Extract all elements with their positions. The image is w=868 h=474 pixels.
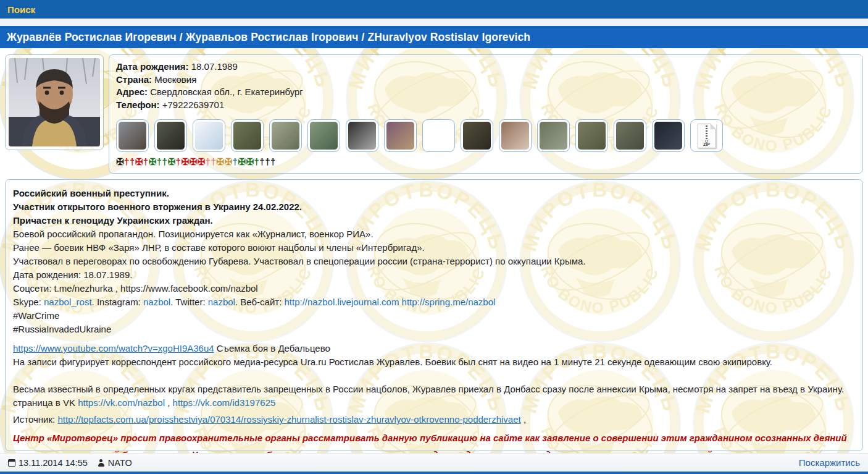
text-segment: Боевой российский пропагандон. Позициони… (13, 229, 373, 239)
crosses-row: ✠††✠†✠††✠†✠✠✠††✠✠†✠✠†††† (116, 157, 856, 167)
inline-link[interactable]: https://www.youtube.com/watch?v=xgoHI9A3… (13, 343, 214, 353)
content-area: МИРОТВОРЕЦЬ PRO BONO PUBLICO МИРОТВОРЕЦЬ… (0, 48, 868, 453)
text-segment: Центр «Миротворец» просит правоохранител… (13, 433, 847, 453)
thumbnail-image (463, 122, 491, 150)
photo-thumbnail-black-white-group-video-still[interactable] (346, 119, 378, 152)
info-field-label: Страна: (116, 74, 152, 85)
text-segment: Причастен к геноциду Украинских граждан. (13, 215, 213, 226)
info-field-label: Телефон: (116, 99, 160, 110)
thumbnail-image (578, 122, 606, 150)
text-segment: Ранее — боевик НВФ «Заря» ЛНР, в составе… (13, 242, 425, 253)
cross-icon: † (265, 156, 270, 167)
dossier-line: Центр «Миротворец» просит правоохранител… (13, 430, 855, 453)
thumbnail-image (616, 122, 644, 150)
inline-link[interactable]: https://vk.com/id3197625 (173, 397, 276, 408)
profile-photo (9, 58, 100, 146)
inline-link[interactable]: nazbol (143, 297, 170, 307)
photo-thumbnail-soldier-with-red-flag-indoors[interactable] (422, 119, 455, 152)
cross-icon: † (130, 156, 135, 167)
thumbnail-image (425, 122, 453, 150)
info-field-row: Телефон: +79222639701 (116, 99, 856, 112)
photo-thumbnail-man-in-black-beret-press-vest[interactable] (154, 119, 187, 152)
info-field-label: Адрес: (116, 87, 148, 97)
text-segment: Участвовал в переговорах по освобождению… (13, 256, 586, 266)
profile-photo-card[interactable] (5, 54, 104, 150)
photo-thumbnail-large-group-of-armed-soldiers[interactable] (575, 119, 608, 152)
photo-thumbnail-group-with-women-in-dresses[interactable] (499, 119, 532, 152)
dossier-line: Источник: http://topfacts.com.ua/proissh… (13, 413, 855, 426)
cross-icon: † (270, 156, 276, 167)
info-field-row: Страна: Московия (116, 74, 856, 87)
cross-icon: ✠ (246, 156, 254, 167)
footer-bar: 13.11.2014 14:55 NATO Поскаржитись (0, 453, 868, 472)
cross-icon: † (259, 156, 265, 167)
text-segment: , (521, 414, 526, 425)
author-item: NATO (98, 458, 132, 468)
dossier-line: На записи фигурирует корреспондент росси… (13, 355, 855, 369)
cross-icon: † (211, 156, 216, 167)
photo-thumbnail-soldiers-group-dark-room[interactable] (461, 119, 493, 152)
calendar-icon (8, 459, 15, 467)
photo-thumbnail-bearded-man-portrait[interactable] (116, 119, 149, 152)
text-segment: Источник: (13, 414, 57, 425)
profile-info-card: Дата рождения: 18.07.1989Страна: Москови… (109, 54, 863, 174)
photo-thumbnail-two-soldiers-in-camo[interactable] (231, 119, 264, 152)
photo-thumbnail-man-in-green-dress-uniform-cap[interactable] (307, 119, 340, 152)
text-segment: Дата рождения: 18.07.1989. (13, 269, 132, 280)
cross-icon: ✠ (181, 156, 189, 167)
author-name: NATO (108, 458, 132, 468)
dossier-line: страница в VK https://vk.com/nazbol , ht… (13, 396, 855, 410)
profile-title-bar: Журавлёв Ростислав Игоревич / Журавльов … (0, 26, 868, 48)
dossier-line: https://www.youtube.com/watch?v=xgoHI9A3… (13, 342, 855, 355)
search-menu-link[interactable]: Поиск (7, 4, 35, 15)
photo-thumbnail-two-bearded-men-dark-selfie[interactable] (652, 119, 685, 152)
thumbnail-image (540, 122, 567, 150)
text-segment: #RussiaInvadedUkraine (13, 324, 111, 334)
info-field-value: Свердловская обл., г. Екатеринбург (150, 87, 303, 97)
text-segment: . Twitter: (170, 297, 208, 307)
thumbnail-image (501, 122, 529, 150)
info-field-row: Дата рождения: 18.07.1989 (116, 61, 856, 74)
inline-link[interactable]: nazbol (208, 297, 235, 307)
thumbnail-image (157, 122, 185, 150)
info-fields: Дата рождения: 18.07.1989Страна: Москови… (116, 61, 856, 111)
photo-thumbnail-two-men-studio-portrait[interactable] (384, 119, 417, 152)
text-segment: Съемка боя в Дебальцево (214, 343, 330, 353)
dossier-line: Причастен к геноциду Украинских граждан. (13, 214, 855, 227)
zip-attachment-thumbnail[interactable]: ZIP (690, 119, 723, 152)
info-field-value: +79222639701 (162, 99, 225, 110)
thumbnail-image (310, 122, 338, 150)
blank-line (13, 369, 855, 383)
cross-icon: ✠ (135, 156, 143, 167)
cross-icon: ✠ (238, 156, 246, 167)
cross-icon: ✠ (189, 156, 197, 167)
inline-link[interactable]: http://topfacts.com.ua/proisshestviya/07… (57, 414, 520, 425)
thumbnail-image (233, 122, 261, 150)
report-link[interactable]: Поскаржитись (799, 457, 860, 468)
text-segment: Весьма известный в определенных кругах п… (13, 384, 844, 394)
info-field-value: 18.07.1989 (191, 61, 238, 72)
cross-icon: † (157, 156, 162, 167)
text-segment: Соцсети: t.me/nezhurka , https://www.fac… (13, 283, 258, 294)
inline-link[interactable]: https://vk.com/nazbol (78, 397, 165, 408)
dossier-text: Российский военный преступник.Участник о… (13, 187, 855, 453)
cross-icon: ✠ (167, 156, 175, 167)
cross-icon: ✠ (224, 156, 232, 167)
photo-thumbnail-instagram-profile-screenshot[interactable] (193, 119, 225, 152)
page-title: Журавлёв Ростислав Игоревич / Журавльов … (7, 31, 530, 44)
text-segment: Skype: (13, 297, 44, 307)
inline-link[interactable]: http://spring.me/nazbol (402, 297, 496, 307)
text-segment: , (165, 397, 173, 408)
inline-link[interactable]: nazbol_rost (44, 297, 92, 307)
publish-date: 13.11.2014 14:55 (19, 458, 88, 468)
photo-thumbnail-group-of-seated-soldiers[interactable] (614, 119, 646, 152)
thumbnail-image (386, 122, 414, 150)
publish-date-item: 13.11.2014 14:55 (8, 458, 88, 468)
blank-line (13, 336, 855, 342)
photo-thumbnail-soldiers-near-military-truck[interactable] (537, 119, 570, 152)
photo-thumbnail-photo-collage-grid[interactable] (269, 119, 302, 152)
cross-icon: ✠ (216, 156, 224, 167)
inline-link[interactable]: http://nazbol.livejournal.com (284, 297, 399, 307)
zip-file-icon: ZIP (698, 124, 716, 148)
thumbnail-image (654, 122, 682, 150)
